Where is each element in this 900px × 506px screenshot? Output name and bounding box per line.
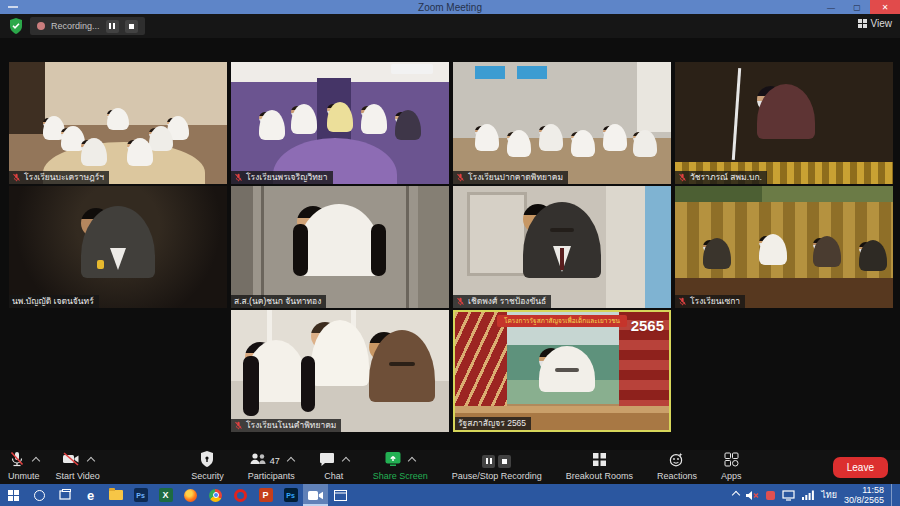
taskbar-app-explorer-window[interactable]: [328, 484, 353, 506]
video-pixels: [675, 186, 893, 308]
tray-app-icon[interactable]: [766, 491, 775, 500]
windows-taskbar: e Ps X P Ps ไทย 11:58 30/8/2565: [0, 484, 900, 506]
camera-off-icon: [62, 451, 80, 471]
participant-name: โรงเรียนบะเคราษฎร์ฯ: [24, 171, 104, 184]
start-button[interactable]: [0, 484, 26, 506]
signal-bars-icon[interactable]: [802, 490, 814, 500]
taskbar-app-chrome[interactable]: [203, 484, 228, 506]
participant-name-badge: รัฐสภาสัญจร 2565: [455, 417, 531, 430]
leave-button[interactable]: Leave: [833, 457, 888, 478]
participant-name-badge: โรงเรียนโนนคำพิทยาคม: [231, 419, 341, 432]
video-tile[interactable]: โรงเรียนปากคาดพิทยาคม: [453, 62, 671, 184]
gallery-grid-icon: [858, 19, 867, 28]
video-tile[interactable]: โรงเรียนบะเคราษฎร์ฯ: [9, 62, 227, 184]
chat-button[interactable]: Chat: [319, 453, 349, 481]
participant-name-badge: เชิดพงศ์ ราชป้องขันธ์: [453, 295, 551, 308]
taskbar-app-opera[interactable]: [228, 484, 253, 506]
minimize-button[interactable]: —: [818, 0, 844, 14]
muted-mic-icon: [678, 173, 687, 182]
year-sign-text: 2565: [631, 317, 664, 334]
taskbar-app-edge[interactable]: e: [78, 484, 103, 506]
taskbar-app-excel[interactable]: X: [153, 484, 178, 506]
chevron-up-icon[interactable]: [408, 457, 416, 465]
volume-muted-icon[interactable]: [746, 490, 759, 501]
muted-mic-icon: [234, 421, 243, 430]
participant-name: โรงเรียนเซกา: [690, 295, 740, 308]
active-speaker-tile[interactable]: 2565 โครงการรัฐสภาสัญจรเพื่อเด็กและเยาวช…: [453, 310, 671, 432]
chat-bubble-icon: [319, 452, 335, 471]
taskbar-clock[interactable]: 11:58 30/8/2565: [844, 485, 884, 505]
chevron-up-icon[interactable]: [286, 457, 294, 465]
taskbar-app-file-explorer[interactable]: [103, 484, 128, 506]
share-screen-button[interactable]: Share Screen: [373, 453, 428, 481]
network-monitor-icon[interactable]: [782, 490, 795, 501]
view-button[interactable]: View: [858, 18, 893, 29]
apps-button[interactable]: Apps: [721, 453, 742, 481]
participant-name-badge: โรงเรียนพรเจริญวิทยา: [231, 171, 333, 184]
project-banner: โครงการรัฐสภาสัญจรเพื่อเด็กและเยาวชน: [497, 315, 627, 327]
recording-dot-icon: [37, 22, 45, 30]
breakout-rooms-button[interactable]: Breakout Rooms: [566, 453, 633, 481]
chevron-up-icon[interactable]: [86, 457, 94, 465]
video-tile[interactable]: โรงเรียนเซกา: [675, 186, 893, 308]
window-icon: [334, 490, 347, 501]
video-tile[interactable]: โรงเรียนโนนคำพิทยาคม: [231, 310, 449, 432]
language-indicator[interactable]: ไทย: [821, 488, 837, 502]
participant-name-badge: โรงเรียนเซกา: [675, 295, 745, 308]
participant-name: นพ.บัญญัติ เจตนจันทร์: [12, 295, 94, 308]
shield-icon: [200, 451, 214, 471]
taskbar-app-firefox[interactable]: [178, 484, 203, 506]
zoom-meeting-window: Zoom Meeting — ▢ ✕ Recording... View: [0, 0, 900, 506]
video-gallery: โรงเรียนบะเคราษฎร์ฯ โรงเรียนพรเจริญวิทยา: [0, 38, 900, 450]
video-tile[interactable]: เชิดพงศ์ ราชป้องขันธ์: [453, 186, 671, 308]
show-desktop-button[interactable]: [891, 484, 895, 506]
reactions-button[interactable]: Reactions: [657, 453, 697, 481]
taskbar-app-photoshop[interactable]: Ps: [128, 484, 153, 506]
taskbar-app-photoshop-2[interactable]: Ps: [278, 484, 303, 506]
participant-name: โรงเรียนปากคาดพิทยาคม: [468, 171, 563, 184]
pause-icon[interactable]: [482, 455, 495, 468]
video-pixels: [231, 186, 449, 308]
chevron-up-icon[interactable]: [342, 457, 350, 465]
window-titlebar: Zoom Meeting — ▢ ✕: [0, 0, 900, 14]
security-button[interactable]: Security: [191, 453, 224, 481]
video-pixels: [9, 186, 227, 308]
participant-name: ส.ส.(นค)ชนก จันทาทอง: [234, 295, 321, 308]
excel-icon: X: [159, 488, 173, 502]
task-view-icon: [59, 489, 71, 501]
breakout-rooms-icon: [592, 452, 607, 471]
participant-name-badge: นพ.บัญญัติ เจตนจันทร์: [9, 295, 99, 308]
encryption-shield-icon[interactable]: [9, 18, 23, 38]
clock-date: 30/8/2565: [844, 495, 884, 505]
pause-stop-recording-button[interactable]: Pause/Stop Recording: [452, 453, 542, 481]
edge-icon: e: [87, 488, 94, 503]
start-video-button[interactable]: Start Video: [56, 453, 100, 481]
chrome-icon: [209, 489, 222, 502]
maximize-button[interactable]: ▢: [844, 0, 870, 14]
stop-recording-icon[interactable]: [125, 20, 138, 33]
taskbar-app-zoom-active[interactable]: [303, 484, 328, 506]
video-tile[interactable]: ส.ส.(นค)ชนก จันทาทอง: [231, 186, 449, 308]
video-pixels: [231, 310, 449, 432]
video-pixels: [231, 62, 449, 184]
close-button[interactable]: ✕: [870, 0, 900, 14]
tray-chevron-up-icon[interactable]: [732, 491, 740, 499]
taskbar-app-powerpoint[interactable]: P: [253, 484, 278, 506]
muted-mic-icon: [678, 297, 687, 306]
video-tile[interactable]: วัชราภรณ์ สพม.บก.: [675, 62, 893, 184]
participants-button[interactable]: 47 Participants: [248, 453, 295, 481]
unmute-button[interactable]: Unmute: [8, 453, 40, 481]
chevron-up-icon[interactable]: [32, 457, 40, 465]
pause-recording-icon[interactable]: [106, 20, 119, 33]
photoshop-icon: Ps: [134, 488, 148, 502]
participants-count: 47: [270, 456, 280, 466]
stop-icon[interactable]: [498, 455, 511, 468]
video-tile[interactable]: นพ.บัญญัติ เจตนจันทร์: [9, 186, 227, 308]
video-pixels: [9, 62, 227, 184]
clock-time: 11:58: [844, 485, 884, 495]
task-view-button[interactable]: [52, 484, 78, 506]
cortana-search-button[interactable]: [26, 484, 52, 506]
video-tile[interactable]: โรงเรียนพรเจริญวิทยา: [231, 62, 449, 184]
participant-name: โรงเรียนโนนคำพิทยาคม: [246, 419, 336, 432]
muted-mic-icon: [234, 173, 243, 182]
